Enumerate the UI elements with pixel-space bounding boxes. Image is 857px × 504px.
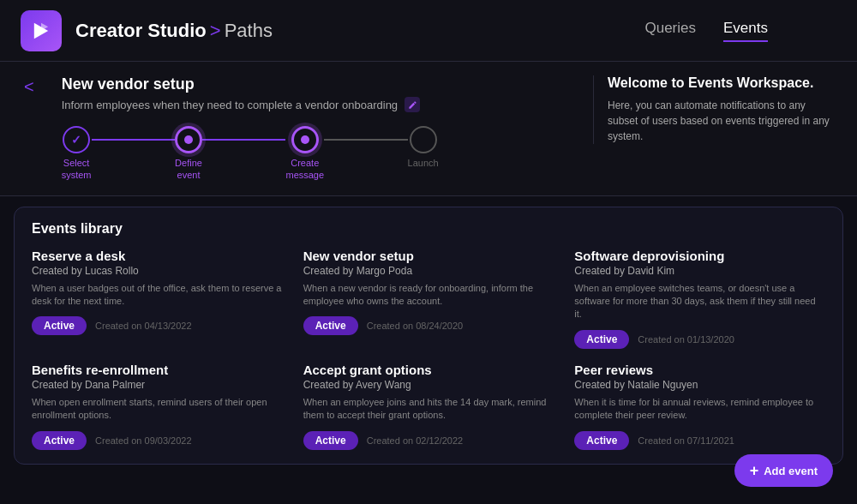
workspace-info-title: Welcome to Events Workspace.	[608, 75, 833, 91]
workflow-subtitle: Inform employees when they need to compl…	[62, 97, 566, 112]
add-event-label: Add event	[764, 465, 818, 477]
nav-breadcrumb: Paths	[225, 20, 273, 42]
active-badge[interactable]: Active	[303, 431, 358, 450]
event-card-title: Reserve a desk	[32, 249, 283, 263]
event-card: Benefits re-enrollment Created by Dana P…	[32, 363, 283, 450]
app-title: Creator Studio	[75, 20, 207, 42]
active-badge[interactable]: Active	[32, 316, 87, 335]
nav-links: Queries Events	[644, 20, 768, 42]
step-define-event: Defineevent	[175, 126, 202, 182]
event-card: New vendor setup Created by Margo Poda W…	[303, 249, 554, 349]
top-navigation: Creator Studio > Paths Queries Events	[0, 0, 857, 62]
workflow-details: New vendor setup Inform employees when t…	[62, 75, 566, 182]
created-date: Created on 07/11/2021	[638, 435, 734, 446]
event-card-creator: Created by Natalie Nguyen	[574, 379, 825, 391]
step-4-label: Launch	[408, 157, 439, 169]
workflow-info: Welcome to Events Workspace. Here, you c…	[593, 75, 833, 144]
active-badge[interactable]: Active	[574, 330, 629, 349]
plus-icon: +	[750, 463, 759, 478]
step-launch: Launch	[408, 126, 439, 169]
workflow-title: New vendor setup	[62, 75, 566, 93]
event-card-desc: When a user badges out of the office, as…	[32, 282, 283, 309]
events-grid: Reserve a desk Created by Lucas Rollo Wh…	[32, 249, 825, 450]
event-card-footer: Active Created on 04/13/2022	[32, 316, 283, 335]
logo-icon	[29, 19, 53, 43]
event-card: Software deprovisioning Created by David…	[574, 249, 825, 349]
connector-2-3	[202, 139, 285, 141]
logo	[21, 10, 62, 51]
event-card-title: Peer reviews	[574, 363, 825, 377]
active-badge[interactable]: Active	[574, 431, 629, 450]
step-4-circle	[410, 126, 437, 153]
created-date: Created on 09/03/2022	[95, 435, 192, 446]
step-1-label: Selectsystem	[62, 157, 92, 182]
add-event-button[interactable]: + Add event	[734, 454, 833, 487]
event-card-footer: Active Created on 01/13/2020	[574, 330, 825, 349]
back-button[interactable]: <	[24, 77, 34, 97]
active-badge[interactable]: Active	[303, 316, 358, 335]
events-library-title: Events library	[32, 221, 825, 237]
event-card-desc: When open enrollment starts, remind user…	[32, 396, 283, 423]
workspace-info-text: Here, you can automate notifications to …	[608, 98, 833, 144]
event-card-footer: Active Created on 08/24/2020	[303, 316, 554, 335]
step-2-label: Defineevent	[175, 157, 202, 182]
event-card-creator: Created by Lucas Rollo	[32, 265, 283, 277]
event-card-creator: Created by Avery Wang	[303, 379, 554, 391]
created-date: Created on 01/13/2020	[638, 334, 734, 345]
event-card-footer: Active Created on 09/03/2022	[32, 431, 283, 450]
event-card-desc: When a new vendor is ready for onboardin…	[303, 282, 554, 309]
workflow-section: < New vendor setup Inform employees when…	[0, 62, 857, 196]
workflow-subtitle-text: Inform employees when they need to compl…	[62, 99, 398, 111]
pencil-icon	[408, 100, 417, 110]
event-card-footer: Active Created on 02/12/2022	[303, 431, 554, 450]
step-create-message: Createmessage	[285, 126, 324, 182]
nav-separator: >	[210, 20, 221, 42]
nav-link-queries[interactable]: Queries	[644, 20, 696, 42]
event-card: Accept grant options Created by Avery Wa…	[303, 363, 554, 450]
event-card-title: Benefits re-enrollment	[32, 363, 283, 377]
event-card-footer: Active Created on 07/11/2021	[574, 431, 825, 450]
connector-3-4	[324, 139, 407, 141]
event-card-desc: When an employee switches teams, or does…	[574, 282, 825, 321]
event-card-title: New vendor setup	[303, 249, 554, 263]
event-card-title: Accept grant options	[303, 363, 554, 377]
step-2-circle	[175, 126, 202, 153]
edit-title-button[interactable]	[405, 97, 420, 112]
active-badge[interactable]: Active	[32, 431, 87, 450]
event-card-desc: When it is time for bi annual reviews, r…	[574, 396, 825, 423]
events-library: Events library Reserve a desk Created by…	[14, 207, 843, 465]
nav-link-events[interactable]: Events	[723, 20, 768, 42]
event-card-desc: When an employee joins and hits the 14 d…	[303, 396, 554, 423]
step-3-circle	[291, 126, 319, 153]
workflow-steps: ✓ Selectsystem Defineevent Createmessage	[62, 126, 439, 182]
connector-1-2	[92, 139, 175, 141]
event-card-creator: Created by Margo Poda	[303, 265, 554, 277]
event-card: Peer reviews Created by Natalie Nguyen W…	[574, 363, 825, 450]
event-card-creator: Created by Dana Palmer	[32, 379, 283, 391]
step-3-label: Createmessage	[285, 157, 324, 182]
event-card: Reserve a desk Created by Lucas Rollo Wh…	[32, 249, 283, 349]
event-card-creator: Created by David Kim	[574, 265, 825, 277]
created-date: Created on 02/12/2022	[367, 435, 464, 446]
step-select-system: ✓ Selectsystem	[62, 126, 92, 182]
event-card-title: Software deprovisioning	[574, 249, 825, 263]
created-date: Created on 04/13/2022	[95, 321, 192, 331]
step-1-circle: ✓	[63, 126, 90, 153]
created-date: Created on 08/24/2020	[367, 321, 464, 331]
